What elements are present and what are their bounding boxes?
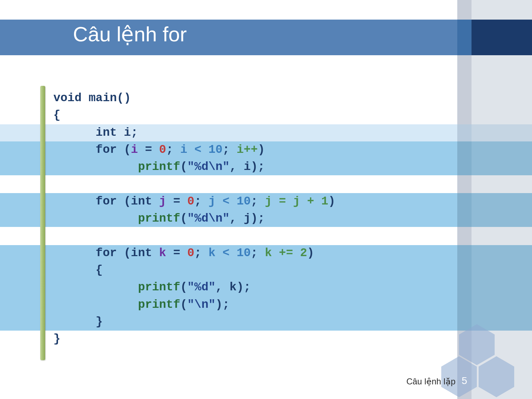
code-variable: i [131, 143, 138, 156]
code-indent [53, 195, 96, 208]
code-text [173, 143, 180, 156]
code-text: ( [117, 247, 131, 260]
code-text: , j); [230, 212, 265, 225]
code-increment: i++ [237, 143, 258, 156]
code-keyword: for [96, 247, 117, 260]
code-text: , k); [216, 281, 251, 294]
code-text [152, 195, 159, 208]
code-indent [53, 212, 138, 225]
code-text: ; [194, 247, 201, 260]
code-string: "%d" [187, 281, 215, 294]
code-variable: j [159, 195, 166, 208]
code-indent [53, 264, 96, 277]
code-number: 0 [187, 195, 194, 208]
code-text: ) [328, 195, 335, 208]
code-condition: k < 10 [209, 247, 251, 260]
code-text [230, 143, 237, 156]
code-increment: k += 2 [265, 247, 307, 260]
code-text: i; [117, 126, 138, 139]
slide: Câu lệnh for void main() { int i; for (i… [0, 0, 532, 399]
title-bar-right [472, 20, 532, 55]
highlight-row-2-right [472, 141, 532, 175]
title-bar-mid [457, 20, 472, 55]
code-brace: { [96, 264, 103, 277]
code-variable: k [159, 247, 166, 260]
code-function: printf [138, 281, 180, 294]
code-text [81, 92, 89, 105]
code-text: ; [251, 247, 258, 260]
highlight-row-2-mid [457, 141, 472, 175]
highlight-row-3-right [472, 193, 532, 227]
code-brace: { [53, 109, 60, 122]
code-text: ); [216, 298, 230, 311]
code-keyword: int [96, 126, 117, 139]
code-text [258, 195, 265, 208]
code-keyword: void [53, 92, 81, 105]
highlight-row-3-mid [457, 193, 472, 227]
code-text: ; [222, 143, 230, 156]
highlight-row-4-mid [457, 245, 472, 331]
code-string: "%d\n" [187, 160, 230, 173]
code-text: () [117, 92, 131, 105]
code-indent [53, 298, 138, 311]
code-text: ; [166, 143, 173, 156]
code-function: printf [138, 160, 180, 173]
code-indent [53, 247, 96, 260]
code-text: , i); [230, 160, 265, 173]
code-text [201, 247, 209, 260]
highlight-row-1-mid [457, 124, 472, 141]
code-indent [53, 126, 96, 139]
code-text: = [138, 143, 159, 156]
code-function: main [89, 92, 117, 105]
code-text: = [166, 195, 187, 208]
code-keyword: for [96, 143, 117, 156]
code-indent [53, 281, 138, 294]
code-text: ( [180, 160, 187, 173]
code-indent [53, 160, 138, 173]
code-text: ( [180, 281, 187, 294]
code-text [201, 195, 209, 208]
code-block: void main() { int i; for (i = 0; i < 10;… [53, 90, 335, 348]
code-brace: } [53, 332, 60, 346]
svg-marker-1 [479, 356, 514, 397]
code-increment: j = j + 1 [265, 195, 328, 208]
code-text: ) [307, 247, 314, 260]
code-condition: j < 10 [209, 195, 251, 208]
code-text: ; [251, 195, 258, 208]
footer-label: Câu lệnh lặp [406, 377, 455, 387]
code-text [258, 247, 265, 260]
slide-title: Câu lệnh for [73, 22, 187, 46]
code-string: "%d\n" [187, 212, 230, 225]
highlight-row-1-right [472, 124, 532, 141]
page-number: 5 [457, 375, 472, 387]
code-function: printf [138, 212, 180, 225]
code-keyword: int [131, 195, 152, 208]
code-text: ( [117, 195, 131, 208]
code-text: ( [180, 298, 187, 311]
code-text: ( [180, 212, 187, 225]
code-text: = [166, 247, 187, 260]
code-indent [53, 143, 96, 156]
code-number: 0 [159, 143, 166, 156]
code-number: 0 [187, 247, 194, 260]
code-text: ( [117, 143, 131, 156]
hexagon-icon [479, 356, 514, 397]
code-keyword: for [96, 195, 117, 208]
code-function: printf [138, 298, 180, 311]
code-text [152, 247, 159, 260]
code-text: ; [194, 195, 201, 208]
code-keyword: int [131, 247, 152, 260]
code-text: ) [258, 143, 265, 156]
code-condition: i < 10 [180, 143, 223, 156]
highlight-row-4-right [472, 245, 532, 331]
code-indent [53, 315, 96, 328]
code-accent-bar [40, 86, 45, 360]
code-string: "\n" [187, 298, 215, 311]
code-brace: } [96, 315, 103, 328]
